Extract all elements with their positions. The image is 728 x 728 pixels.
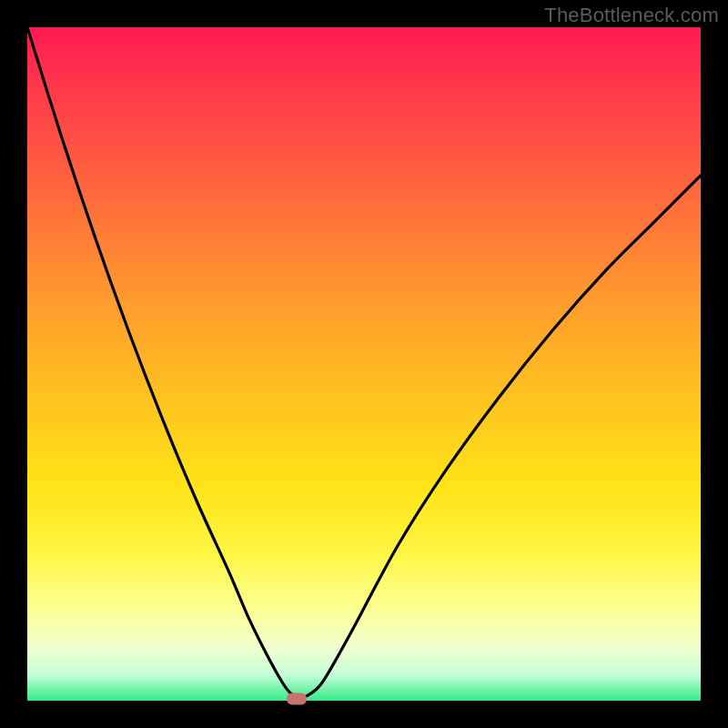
watermark-text: TheBottleneck.com — [544, 4, 719, 27]
min-point-marker — [287, 693, 307, 704]
bottleneck-curve — [27, 27, 701, 701]
curve-path — [27, 27, 701, 697]
chart-frame: TheBottleneck.com — [0, 0, 728, 728]
plot-area — [27, 27, 701, 701]
